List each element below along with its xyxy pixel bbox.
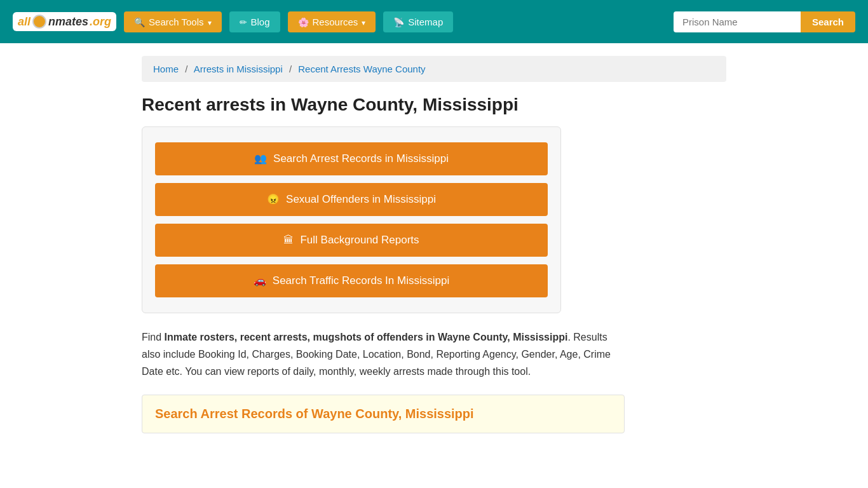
prison-search-button[interactable]: Search	[801, 11, 855, 32]
sexual-offenders-button[interactable]: Sexual Offenders in Mississippi	[155, 183, 548, 216]
bottom-section-title: Search Arrest Records of Wayne County, M…	[155, 407, 611, 421]
background-reports-button[interactable]: Full Background Reports	[155, 224, 548, 257]
blog-button[interactable]: Blog	[229, 11, 280, 32]
search-tools-button[interactable]: Search Tools	[124, 11, 221, 32]
search-arrest-label: Search Arrest Records in Mississippi	[273, 152, 449, 165]
car-icon	[254, 274, 266, 287]
traffic-records-button[interactable]: Search Traffic Records In Mississippi	[155, 264, 548, 297]
resources-icon	[298, 17, 309, 27]
sitemap-button[interactable]: Sitemap	[383, 11, 453, 32]
page-description: Find Inmate rosters, recent arrests, mug…	[142, 329, 625, 381]
site-header: all nmates .org Search Tools Blog Resour…	[0, 0, 868, 43]
prison-name-input[interactable]	[674, 11, 801, 32]
breadcrumb-arrests-mississippi[interactable]: Arrests in Mississippi	[194, 64, 283, 74]
description-prefix: Find	[142, 332, 165, 342]
description-bold: Inmate rosters, recent arrests, mugshots…	[165, 332, 568, 342]
sitemap-icon	[393, 17, 404, 27]
logo-all: all	[18, 15, 31, 29]
breadcrumb-sep-1: /	[185, 64, 187, 74]
building-icon	[283, 234, 294, 247]
breadcrumb-sep-2: /	[289, 64, 292, 74]
page-title: Recent arrests in Wayne County, Mississi…	[142, 95, 726, 115]
sitemap-label: Sitemap	[408, 17, 443, 27]
breadcrumb: Home / Arrests in Mississippi / Recent A…	[142, 56, 726, 82]
angry-icon	[267, 193, 280, 206]
traffic-records-label: Search Traffic Records In Mississippi	[273, 274, 449, 287]
blog-icon	[240, 17, 247, 27]
main-content: Home / Arrests in Mississippi / Recent A…	[129, 43, 739, 446]
prison-search-group: Search	[674, 11, 855, 32]
resources-button[interactable]: Resources	[288, 11, 376, 32]
logo-icon-circle	[32, 15, 46, 29]
search-tools-icon	[134, 17, 145, 27]
resources-label: Resources	[313, 17, 358, 27]
background-reports-label: Full Background Reports	[300, 234, 419, 247]
site-logo[interactable]: all nmates .org	[13, 12, 116, 31]
bottom-section: Search Arrest Records of Wayne County, M…	[142, 395, 625, 433]
logo-inmates: nmates	[48, 15, 88, 29]
breadcrumb-home[interactable]: Home	[153, 64, 179, 74]
breadcrumb-current[interactable]: Recent Arrests Wayne County	[298, 64, 425, 74]
action-box: Search Arrest Records in Mississippi Sex…	[142, 126, 561, 313]
search-tools-chevron	[208, 17, 212, 27]
search-tools-label: Search Tools	[149, 17, 203, 27]
sexual-offenders-label: Sexual Offenders in Mississippi	[286, 193, 436, 206]
search-arrest-button[interactable]: Search Arrest Records in Mississippi	[155, 142, 548, 175]
logo-org: .org	[90, 15, 111, 29]
resources-chevron	[362, 17, 365, 27]
people-icon	[254, 152, 267, 165]
blog-label: Blog	[251, 17, 270, 27]
